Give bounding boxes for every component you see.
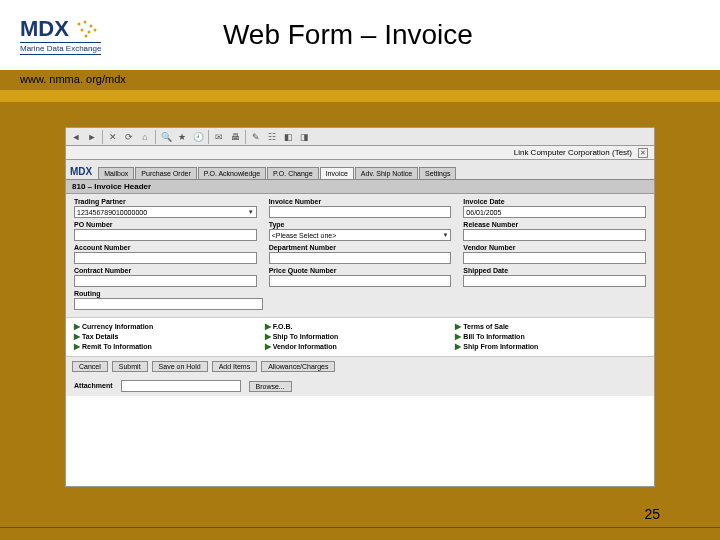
po-number-label: PO Number [74, 221, 257, 228]
link-vendor-information[interactable]: ▶Vendor Information [265, 342, 456, 351]
svg-point-4 [87, 30, 90, 33]
stop-icon[interactable]: ✕ [107, 131, 119, 143]
arrow-icon: ▶ [455, 332, 461, 341]
release-number-label: Release Number [463, 221, 646, 228]
accent-bar [0, 90, 720, 102]
vendor-number-input[interactable] [463, 252, 646, 264]
arrow-icon: ▶ [265, 342, 271, 351]
tab-po-change[interactable]: P.O. Change [267, 167, 319, 179]
svg-point-0 [77, 22, 80, 25]
arrow-icon: ▶ [74, 322, 80, 331]
company-label: Link Computer Corporation (Test) [514, 148, 632, 157]
chevron-down-icon: ▼ [248, 209, 254, 215]
invoice-number-input[interactable] [269, 206, 452, 218]
shipped-date-label: Shipped Date [463, 267, 646, 274]
add-items-button[interactable]: Add Items [212, 361, 258, 372]
type-label: Type [269, 221, 452, 228]
footer-line [0, 527, 720, 528]
invoice-number-label: Invoice Number [269, 198, 452, 205]
link-fob[interactable]: ▶F.O.B. [265, 322, 456, 331]
mail-icon[interactable]: ✉ [213, 131, 225, 143]
type-select[interactable]: <Please Select one>▼ [269, 229, 452, 241]
forward-icon[interactable]: ► [86, 131, 98, 143]
mdx-logo: MDX Marine Data Exchange [20, 16, 103, 55]
arrow-icon: ▶ [455, 322, 461, 331]
attachment-input[interactable] [121, 380, 241, 392]
arrow-icon: ▶ [265, 322, 271, 331]
invoice-date-input[interactable] [463, 206, 646, 218]
tab-adv-ship-notice[interactable]: Adv. Ship Notice [355, 167, 418, 179]
account-number-input[interactable] [74, 252, 257, 264]
home-icon[interactable]: ⌂ [139, 131, 151, 143]
link-terms-of-sale[interactable]: ▶Terms of Sale [455, 322, 646, 331]
department-number-label: Department Number [269, 244, 452, 251]
discuss-icon[interactable]: ☷ [266, 131, 278, 143]
link-remit-to-information[interactable]: ▶Remit To Information [74, 342, 265, 351]
favorites-icon[interactable]: ★ [176, 131, 188, 143]
arrow-icon: ▶ [74, 342, 80, 351]
vendor-number-label: Vendor Number [463, 244, 646, 251]
trading-partner-label: Trading Partner [74, 198, 257, 205]
back-icon[interactable]: ◄ [70, 131, 82, 143]
tool1-icon[interactable]: ◧ [282, 131, 294, 143]
svg-point-3 [80, 28, 83, 31]
invoice-date-label: Invoice Date [463, 198, 646, 205]
chevron-down-icon: ▼ [442, 232, 448, 238]
link-tax-details[interactable]: ▶Tax Details [74, 332, 265, 341]
app-logo: MDX [70, 166, 92, 179]
tab-mailbox[interactable]: Mailbox [98, 167, 134, 179]
release-number-input[interactable] [463, 229, 646, 241]
save-on-hold-button[interactable]: Save on Hold [152, 361, 208, 372]
page-number: 25 [644, 506, 660, 522]
logo-subtitle: Marine Data Exchange [20, 42, 101, 55]
edit-icon[interactable]: ✎ [250, 131, 262, 143]
submit-button[interactable]: Submit [112, 361, 148, 372]
app-window: ◄ ► ✕ ⟳ ⌂ 🔍 ★ 🕘 ✉ 🖶 ✎ ☷ ◧ ◨ Link Compute… [65, 127, 655, 487]
svg-point-6 [84, 34, 87, 37]
history-icon[interactable]: 🕘 [192, 131, 204, 143]
attachment-label: Attachment [74, 382, 113, 389]
slide-title: Web Form – Invoice [223, 19, 473, 51]
account-number-label: Account Number [74, 244, 257, 251]
tab-settings[interactable]: Settings [419, 167, 456, 179]
search-icon[interactable]: 🔍 [160, 131, 172, 143]
tab-invoice[interactable]: Invoice [320, 167, 354, 179]
price-quote-number-label: Price Quote Number [269, 267, 452, 274]
svg-point-2 [89, 24, 92, 27]
routing-label: Routing [74, 290, 263, 297]
browser-toolbar: ◄ ► ✕ ⟳ ⌂ 🔍 ★ 🕘 ✉ 🖶 ✎ ☷ ◧ ◨ [66, 128, 654, 146]
url-text: www. nmma. org/mdx [0, 70, 720, 88]
trading-partner-select[interactable]: 123456789010000000▼ [74, 206, 257, 218]
section-header: 810 – Invoice Header [66, 180, 654, 194]
browse-button[interactable]: Browse... [249, 381, 292, 392]
arrow-icon: ▶ [455, 342, 461, 351]
cancel-button[interactable]: Cancel [72, 361, 108, 372]
logo-dots-icon [73, 18, 103, 40]
svg-point-1 [83, 20, 86, 23]
refresh-icon[interactable]: ⟳ [123, 131, 135, 143]
svg-point-5 [93, 28, 96, 31]
department-number-input[interactable] [269, 252, 452, 264]
shipped-date-input[interactable] [463, 275, 646, 287]
allowance-charges-button[interactable]: Allowance/Charges [261, 361, 335, 372]
tool2-icon[interactable]: ◨ [298, 131, 310, 143]
tab-po-acknowledge[interactable]: P.O. Acknowledge [198, 167, 266, 179]
link-ship-to-information[interactable]: ▶Ship To Information [265, 332, 456, 341]
po-number-input[interactable] [74, 229, 257, 241]
arrow-icon: ▶ [265, 332, 271, 341]
close-icon[interactable]: ✕ [638, 148, 648, 158]
link-currency-information[interactable]: ▶Currency Information [74, 322, 265, 331]
price-quote-number-input[interactable] [269, 275, 452, 287]
logo-text: MDX [20, 16, 69, 42]
tab-purchase-order[interactable]: Purchase Order [135, 167, 196, 179]
contract-number-label: Contract Number [74, 267, 257, 274]
routing-input[interactable] [74, 298, 263, 310]
contract-number-input[interactable] [74, 275, 257, 287]
arrow-icon: ▶ [74, 332, 80, 341]
link-bill-to-information[interactable]: ▶Bill To Information [455, 332, 646, 341]
link-ship-from-information[interactable]: ▶Ship From Information [455, 342, 646, 351]
print-icon[interactable]: 🖶 [229, 131, 241, 143]
